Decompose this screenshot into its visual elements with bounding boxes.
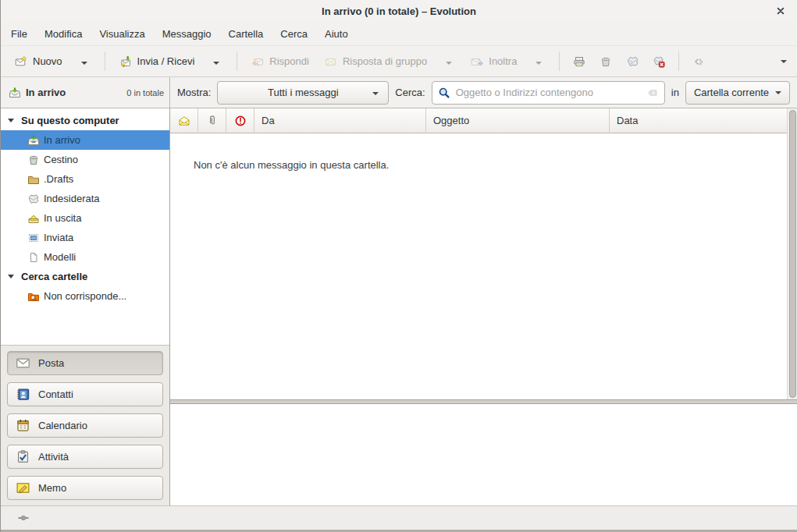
send-receive-dropdown-button[interactable]	[210, 51, 222, 71]
trash-toolbar-icon	[600, 55, 612, 68]
folder-label: Cestino	[44, 154, 78, 165]
menu-visualizza[interactable]: Visualizza	[91, 24, 153, 44]
reply-button: Rispondi	[244, 51, 316, 72]
previous-message-button	[686, 51, 711, 72]
folder-modelli[interactable]: Modelli	[1, 247, 169, 267]
switcher-label: Posta	[38, 357, 64, 369]
switcher-calendario[interactable]: Calendario	[7, 413, 163, 438]
preview-pane	[170, 404, 797, 505]
reply-group-dropdown-button	[443, 51, 455, 71]
chevron-down-icon	[775, 91, 781, 94]
message-list-pane: DaOggettoData Non c'è alcun messaggio in…	[170, 108, 797, 399]
junk-button	[620, 51, 645, 72]
column-label: Oggetto	[433, 115, 469, 126]
switcher-contatti[interactable]: Contatti	[7, 382, 163, 406]
search-entry[interactable]	[432, 81, 665, 105]
column-unread-status-icon[interactable]	[170, 108, 198, 133]
switcher: PostaContattiCalendarioAttivitàMemo	[1, 345, 169, 505]
new-dropdown-button[interactable]	[78, 51, 91, 71]
folder-inviata[interactable]: Inviata	[1, 228, 169, 247]
reply-group-label: Risposta di gruppo	[343, 55, 427, 67]
message-list-body: Non c'è alcun messaggio in questa cartel…	[170, 133, 797, 399]
show-filter-value: Tutti i messaggi	[268, 87, 339, 98]
current-folder-header: In arrivo 0 in totale	[1, 77, 170, 108]
column-da[interactable]: Da	[254, 108, 426, 133]
reply-icon	[251, 55, 264, 68]
column-data[interactable]: Data	[610, 108, 787, 133]
delete-button	[593, 51, 618, 72]
folder-indesiderata[interactable]: Indesiderata	[1, 189, 169, 208]
search-input[interactable]	[456, 87, 641, 98]
scrollbar-thumb[interactable]	[789, 110, 796, 398]
column-oggetto[interactable]: Oggetto	[426, 108, 610, 133]
current-folder-name: In arrivo	[26, 87, 66, 98]
window-title: In arrivo (0 in totale) – Evolution	[322, 5, 476, 17]
tasks-icon	[16, 449, 30, 464]
column-attachment-icon[interactable]	[198, 108, 226, 133]
online-status-icon[interactable]	[17, 512, 30, 524]
send-receive-icon	[119, 55, 132, 68]
trash-icon	[27, 154, 40, 166]
clear-icon	[646, 87, 659, 99]
menu-messaggio[interactable]: Messaggio	[154, 24, 220, 44]
menu-aiuto[interactable]: Aiuto	[316, 24, 357, 44]
folder-message-count: 0 in totale	[126, 88, 164, 98]
chevron-down-icon	[781, 60, 787, 63]
in-label: in	[671, 87, 679, 98]
menu-cartella[interactable]: Cartella	[220, 24, 272, 44]
tree-section-label: Cerca cartelle	[21, 271, 87, 282]
forward-icon	[471, 55, 483, 68]
tree-section-su-questo-computer[interactable]: Su questo computer	[1, 111, 169, 130]
new-button[interactable]: Nuovo	[8, 48, 98, 75]
main-area: Su questo computerIn arrivoCestino.Draft…	[1, 108, 797, 505]
junk-toolbar-icon	[626, 55, 639, 68]
search-icon	[438, 87, 450, 99]
chevron-down-icon	[372, 92, 379, 95]
reply-group-button: Risposta di gruppo	[318, 48, 462, 75]
unread-status-icon	[178, 115, 190, 127]
menu-modifica[interactable]: Modifica	[36, 24, 91, 44]
folder-in-arrivo[interactable]: In arrivo	[1, 130, 169, 150]
folder-label: Non corrisponde...	[44, 290, 126, 302]
close-icon[interactable]	[774, 5, 787, 17]
show-filter-dropdown[interactable]: Tutti i messaggi	[217, 81, 389, 105]
filter-bar: In arrivo 0 in totale Mostra: Tutti i me…	[1, 77, 797, 108]
junk-icon	[27, 193, 40, 205]
not-junk-icon	[653, 55, 665, 68]
expander-icon[interactable]	[8, 119, 14, 122]
forward-dropdown-button	[532, 51, 545, 71]
switcher-attivit[interactable]: Attività	[7, 445, 163, 469]
search-row: Mostra: Tutti i messaggi Cerca: in Carte…	[170, 77, 797, 108]
folder-non-corrisponde[interactable]: Non corrisponde...	[1, 286, 169, 306]
switcher-memo[interactable]: Memo	[7, 476, 163, 500]
mail-content: DaOggettoData Non c'è alcun messaggio in…	[170, 108, 797, 505]
contacts-icon	[16, 387, 30, 402]
priority-icon	[234, 115, 247, 127]
folder-in-uscita[interactable]: In uscita	[1, 208, 169, 228]
vertical-scrollbar[interactable]	[787, 108, 797, 399]
statusbar	[1, 505, 797, 530]
print-button	[567, 51, 592, 72]
print-icon	[573, 55, 585, 68]
search-scope-dropdown[interactable]: Cartella corrente	[685, 81, 790, 105]
column-priority-icon[interactable]	[226, 108, 254, 133]
send-receive-button[interactable]: Invia / Ricevi	[112, 48, 230, 75]
switcher-label: Contatti	[38, 388, 73, 400]
toolbar-separator	[105, 51, 105, 71]
menu-cerca[interactable]: Cerca	[272, 24, 316, 44]
toolbar-overflow-button[interactable]	[774, 56, 790, 67]
attachment-icon	[206, 115, 219, 127]
folder-label: Inviata	[44, 232, 73, 243]
template-icon	[27, 251, 40, 264]
inbox-icon	[9, 87, 21, 99]
evolution-window: In arrivo (0 in totale) – Evolution File…	[0, 0, 797, 532]
menu-file[interactable]: File	[2, 24, 36, 44]
switcher-posta[interactable]: Posta	[7, 351, 163, 375]
folder-drafts[interactable]: .Drafts	[1, 169, 169, 189]
search-label: Cerca:	[395, 87, 425, 98]
tree-section-cerca-cartelle[interactable]: Cerca cartelle	[1, 267, 169, 286]
expander-icon[interactable]	[8, 275, 14, 278]
folder-label: .Drafts	[44, 173, 73, 185]
folder-cestino[interactable]: Cestino	[1, 150, 169, 169]
calendar-icon	[16, 418, 30, 433]
